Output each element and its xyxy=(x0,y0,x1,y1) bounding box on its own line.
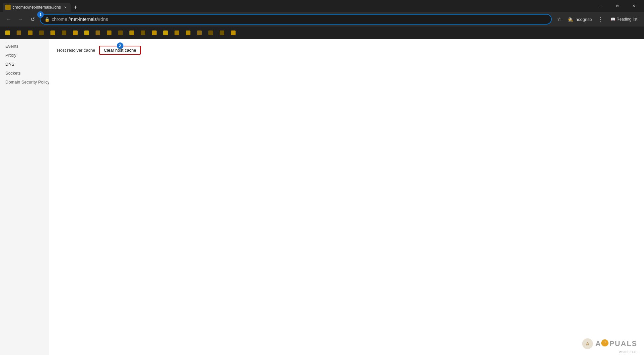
url-main: net-internals xyxy=(71,17,97,22)
bookmark-3[interactable] xyxy=(25,29,35,37)
window-controls: − ⧉ ✕ xyxy=(593,0,641,12)
bookmark-1[interactable] xyxy=(3,29,13,37)
bookmark-16[interactable] xyxy=(172,29,182,37)
bookmark-favicon-12 xyxy=(129,30,134,35)
bookmark-12[interactable] xyxy=(127,29,137,37)
bookmark-17[interactable] xyxy=(183,29,193,37)
url-hash: /#dns xyxy=(97,17,108,22)
bookmark-15[interactable] xyxy=(161,29,171,37)
bookmark-favicon-8 xyxy=(84,30,89,35)
watermark-icon: A xyxy=(582,338,594,350)
sidebar-item-proxy[interactable]: Proxy xyxy=(0,51,49,60)
address-text: chrome://net-internals/#dns xyxy=(52,17,547,22)
bookmark-21[interactable] xyxy=(228,29,238,37)
bookmark-favicon-11 xyxy=(118,30,123,35)
bookmark-favicon-10 xyxy=(107,30,111,35)
main-container: Events Proxy DNS Sockets Domain Security… xyxy=(0,39,644,355)
bookmark-5[interactable] xyxy=(48,29,58,37)
address-input[interactable]: 1 🔒 chrome://net-internals/#dns xyxy=(40,14,552,25)
address-bar: ← → ↺ 1 🔒 chrome://net-internals/#dns ☆ … xyxy=(0,12,644,27)
bookmark-favicon-20 xyxy=(220,30,224,35)
address-bar-right: ☆ 🕵 Incognito ⋮ xyxy=(554,15,605,24)
reading-list-button[interactable]: 📖 Reading list xyxy=(608,16,640,23)
step-badge-1: 1 xyxy=(37,11,44,18)
sidebar-item-dns[interactable]: DNS xyxy=(0,60,49,69)
close-button[interactable]: ✕ xyxy=(626,0,641,12)
bookmark-19[interactable] xyxy=(206,29,216,37)
host-resolver-label: Host resolver cache xyxy=(57,48,95,53)
incognito-button[interactable]: 🕵 Incognito xyxy=(565,16,595,23)
sidebar-item-domain-security-policy[interactable]: Domain Security Policy xyxy=(0,78,49,87)
title-bar: chrome://net-internals/#dns ✕ + − ⧉ ✕ xyxy=(0,0,644,12)
tab-close-button[interactable]: ✕ xyxy=(63,5,68,10)
bookmark-favicon-4 xyxy=(39,30,44,35)
incognito-label: Incognito xyxy=(574,17,592,22)
bookmark-favicon-7 xyxy=(73,30,78,35)
bookmark-favicon-2 xyxy=(17,30,21,35)
watermark-domain: wsxdn.com xyxy=(619,350,637,354)
tab-favicon xyxy=(5,5,11,10)
bookmark-favicon-14 xyxy=(152,30,157,35)
bookmark-20[interactable] xyxy=(217,29,227,37)
menu-button[interactable]: ⋮ xyxy=(596,15,605,24)
restore-button[interactable]: ⧉ xyxy=(609,0,625,12)
content-area: Host resolver cache 2 Clear host cache A… xyxy=(49,39,644,355)
sidebar-item-events[interactable]: Events xyxy=(0,42,49,51)
bookmark-favicon-18 xyxy=(197,30,202,35)
bookmark-favicon-6 xyxy=(62,30,66,35)
incognito-icon: 🕵 xyxy=(568,17,573,22)
bookmark-favicon-1 xyxy=(5,30,10,35)
bookmark-4[interactable] xyxy=(36,29,46,37)
bookmark-favicon-17 xyxy=(186,30,190,35)
bookmark-favicon-15 xyxy=(163,30,168,35)
watermark-text: A🅟PUALS xyxy=(596,339,637,348)
new-tab-button[interactable]: + xyxy=(71,3,80,12)
bookmarks-bar xyxy=(0,27,644,39)
bookmark-2[interactable] xyxy=(14,29,24,37)
bookmark-favicon-16 xyxy=(175,30,179,35)
url-prefix: chrome:// xyxy=(52,17,71,22)
bookmark-11[interactable] xyxy=(115,29,125,37)
bookmark-favicon-9 xyxy=(96,30,100,35)
tab-area: chrome://net-internals/#dns ✕ + xyxy=(3,0,590,12)
step-badge-2: 2 xyxy=(117,42,123,49)
bookmark-13[interactable] xyxy=(138,29,148,37)
bookmark-favicon-5 xyxy=(50,30,55,35)
bookmark-18[interactable] xyxy=(194,29,204,37)
svg-text:A: A xyxy=(586,341,589,346)
refresh-button[interactable]: ↺ xyxy=(28,15,37,24)
minimize-button[interactable]: − xyxy=(593,0,608,12)
bookmark-favicon-21 xyxy=(231,30,236,35)
star-button[interactable]: ☆ xyxy=(554,15,564,24)
forward-button[interactable]: → xyxy=(16,15,25,24)
back-button[interactable]: ← xyxy=(4,15,13,24)
bookmark-7[interactable] xyxy=(70,29,80,37)
bookmark-14[interactable] xyxy=(149,29,159,37)
host-resolver-row: Host resolver cache 2 Clear host cache xyxy=(57,46,636,55)
tab-title: chrome://net-internals/#dns xyxy=(13,5,61,10)
bookmark-8[interactable] xyxy=(82,29,92,37)
bookmark-6[interactable] xyxy=(59,29,69,37)
watermark: A A🅟PUALS xyxy=(582,338,637,350)
lock-icon: 🔒 xyxy=(44,17,50,22)
bookmark-favicon-19 xyxy=(208,30,213,35)
bookmark-favicon-13 xyxy=(141,30,145,35)
active-tab[interactable]: chrome://net-internals/#dns ✕ xyxy=(3,3,71,12)
sidebar-item-sockets[interactable]: Sockets xyxy=(0,69,49,78)
bookmark-favicon-3 xyxy=(28,30,33,35)
bookmark-9[interactable] xyxy=(93,29,103,37)
clear-host-cache-button[interactable]: 2 Clear host cache xyxy=(99,46,141,55)
sidebar: Events Proxy DNS Sockets Domain Security… xyxy=(0,39,49,355)
bookmark-10[interactable] xyxy=(104,29,114,37)
